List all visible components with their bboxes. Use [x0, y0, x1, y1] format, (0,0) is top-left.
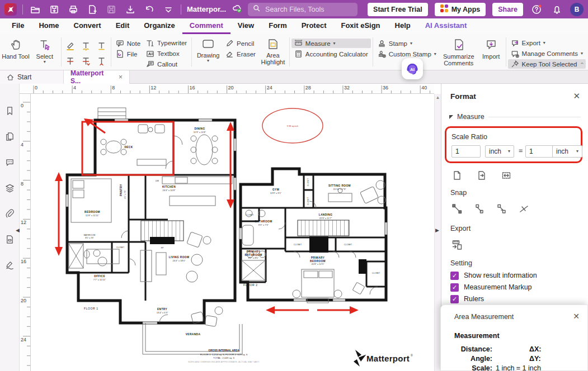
scale-from-input[interactable] — [451, 145, 481, 158]
tab-start[interactable]: Start — [0, 70, 64, 84]
open-file-button[interactable] — [29, 3, 42, 16]
menu-home[interactable]: Home — [31, 18, 66, 34]
export-measurement-button[interactable] — [450, 238, 464, 251]
setting-rulers[interactable]: ✓Rulers — [450, 294, 537, 304]
measure-area-tool-button[interactable] — [500, 169, 513, 182]
checkbox-icon[interactable]: ✓ — [450, 295, 459, 303]
ai-assistant-floating-button[interactable]: AI — [402, 58, 423, 79]
menu-convert[interactable]: Convert — [67, 18, 109, 34]
menu-help[interactable]: Help — [388, 18, 418, 34]
cloud-sync-icon[interactable] — [232, 3, 242, 16]
scale-to-unit-select[interactable]: inch▾ — [552, 145, 582, 158]
annotation-arrow-bottom-horizontal[interactable] — [266, 306, 359, 314]
setting-checkbox-list: ✓Show result information✓Measurement Mar… — [450, 270, 537, 304]
foxit-logo-icon[interactable] — [4, 3, 17, 16]
typewriter-tool-button[interactable]: Typewriter — [143, 39, 190, 48]
new-document-button[interactable] — [86, 3, 99, 16]
insert-text-tool-button[interactable] — [95, 54, 109, 68]
area-highlight-tool-button[interactable]: AreaHighlight — [258, 35, 288, 69]
drawing-tool-button[interactable]: Drawing ▾ — [194, 35, 223, 69]
menu-ai-assistant[interactable]: AI Assistant — [418, 18, 474, 34]
scroll-up-arrow[interactable]: ▲ — [436, 95, 440, 371]
svg-text:28: 28 — [305, 85, 311, 91]
checkbox-icon[interactable]: ✓ — [450, 272, 459, 280]
menu-form[interactable]: Form — [261, 18, 294, 34]
close-popup-icon[interactable]: ✕ — [573, 312, 580, 321]
help-icon[interactable] — [530, 3, 543, 16]
menu-protect[interactable]: Protect — [294, 18, 334, 34]
close-tab-icon[interactable]: × — [119, 73, 123, 81]
attach-file-tool-button[interactable]: File — [113, 49, 143, 59]
tab-document[interactable]: Matterport S... × — [64, 70, 130, 84]
save-button-disabled[interactable] — [105, 3, 118, 16]
close-panel-icon[interactable]: ✕ — [573, 91, 580, 101]
snap-path-button[interactable] — [495, 202, 509, 216]
underline-tool-button[interactable] — [95, 39, 109, 53]
share-button[interactable]: Share — [492, 3, 523, 16]
menu-organize[interactable]: Organize — [137, 18, 182, 34]
signatures-panel-button[interactable] — [4, 259, 15, 270]
layers-panel-button[interactable] — [4, 182, 15, 193]
manage-comments-button[interactable]: Manage Comments ▾ — [508, 49, 586, 59]
collapse-ribbon-button[interactable]: ⌃ — [580, 61, 585, 69]
user-avatar[interactable]: B — [570, 3, 584, 16]
menu-foxit-esign[interactable]: Foxit eSign — [333, 18, 387, 34]
import-comments-button[interactable]: Import — [478, 35, 504, 69]
attachments-panel-button[interactable] — [4, 208, 15, 219]
snap-midpoint-button[interactable] — [473, 202, 486, 216]
menu-view[interactable]: View — [231, 18, 261, 34]
summarize-comments-button[interactable]: SummarizeComments — [439, 35, 478, 69]
note-tool-button[interactable]: Note — [113, 39, 143, 48]
measure-perimeter-tool-button[interactable] — [475, 169, 488, 182]
export-comments-button[interactable]: Export ▾ — [508, 39, 586, 48]
callout-tool-button[interactable]: Callout — [143, 59, 190, 69]
my-apps-icon — [440, 4, 448, 14]
fields-panel-button[interactable] — [4, 234, 15, 245]
svg-text:CLOSET: CLOSET — [246, 214, 254, 216]
undo-button[interactable] — [143, 3, 156, 16]
accounting-calculator-button[interactable]: Accounting Calculator — [291, 49, 371, 59]
setting-measurement-markup[interactable]: ✓Measurement Markup — [450, 282, 537, 292]
replace-text-tool-button[interactable] — [79, 54, 93, 68]
measure-tool-button[interactable]: Measure ▾ — [291, 39, 371, 48]
notifications-bell-icon[interactable] — [550, 3, 563, 16]
measure-distance-tool-button[interactable] — [450, 169, 464, 182]
squiggly-underline-tool-button[interactable] — [79, 39, 93, 53]
pencil-tool-button[interactable]: Pencil — [223, 39, 258, 48]
redo-dropdown-button[interactable] — [162, 3, 175, 16]
download-button[interactable] — [124, 3, 137, 16]
annotation-area-ellipse[interactable]: 9.98 sq inch — [262, 108, 323, 143]
setting-show-result-information[interactable]: ✓Show result information — [450, 270, 537, 280]
collapse-panel-arrow[interactable]: ▶ — [435, 227, 439, 233]
scale-to-input[interactable] — [525, 145, 554, 158]
strikeout-tool-button[interactable] — [63, 54, 78, 68]
scale-from-unit-select[interactable]: inch▾ — [485, 145, 514, 158]
snap-off-button[interactable] — [518, 202, 531, 216]
save-as-button[interactable] — [48, 3, 61, 16]
measure-section-header[interactable]: Measure — [449, 113, 581, 121]
checkbox-icon[interactable]: ✓ — [450, 283, 459, 292]
start-free-trial-button[interactable]: Start Free Trial — [368, 3, 428, 16]
highlight-tool-button[interactable] — [63, 39, 78, 53]
custom-stamp-button[interactable]: Custom Stamp ▾ — [375, 49, 439, 59]
snap-endpoint-button[interactable] — [450, 202, 464, 216]
my-apps-button[interactable]: My Apps — [435, 3, 486, 16]
document-canvas[interactable]: DECK DINING 11'9" x 11'8" KITCHEN 24'4" … — [31, 94, 434, 371]
bookmarks-panel-button[interactable] — [4, 105, 15, 116]
global-search[interactable] — [248, 3, 357, 16]
print-button[interactable] — [67, 3, 80, 16]
pages-panel-button[interactable] — [4, 131, 15, 142]
comments-panel-button[interactable] — [4, 156, 15, 168]
keep-tool-selected-toggle[interactable]: Keep Tool Selected — [508, 59, 586, 69]
eraser-tool-button[interactable]: Eraser — [223, 49, 258, 59]
textbox-tool-button[interactable]: Textbox — [143, 49, 190, 59]
collapse-sidebar-arrow[interactable]: ◀ — [16, 227, 20, 233]
stamp-tool-button[interactable]: Stamp ▾ — [375, 39, 439, 48]
hand-tool-button[interactable]: Hand Tool — [1, 35, 30, 69]
menu-file[interactable]: File — [4, 18, 31, 34]
search-input[interactable] — [264, 5, 348, 14]
menu-edit[interactable]: Edit — [109, 18, 137, 34]
select-tool-button[interactable]: Select ▾ — [30, 35, 59, 69]
annotation-arrow-left-vertical[interactable] — [55, 172, 63, 256]
menu-comment[interactable]: Comment — [182, 18, 231, 34]
